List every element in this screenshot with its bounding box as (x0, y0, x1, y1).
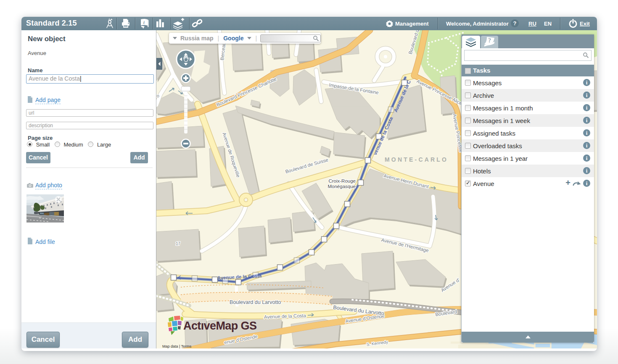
svg-text:Croix-Rouge: Croix-Rouge (328, 178, 356, 183)
svg-text:ro: ro (156, 93, 159, 98)
svg-text:i: i (143, 20, 145, 25)
svg-text:Monégasque: Monégasque (328, 184, 356, 189)
svg-text:MONTE-CARLO: MONTE-CARLO (385, 156, 448, 163)
svg-text:17: 17 (176, 241, 181, 246)
svg-text:ActıveMap GS: ActıveMap GS (183, 319, 256, 332)
svg-text:Boulevard du Larvotto: Boulevard du Larvotto (230, 299, 281, 305)
svg-text:?: ? (488, 37, 491, 44)
svg-text:Map data | Terms: Map data | Terms (162, 344, 192, 348)
